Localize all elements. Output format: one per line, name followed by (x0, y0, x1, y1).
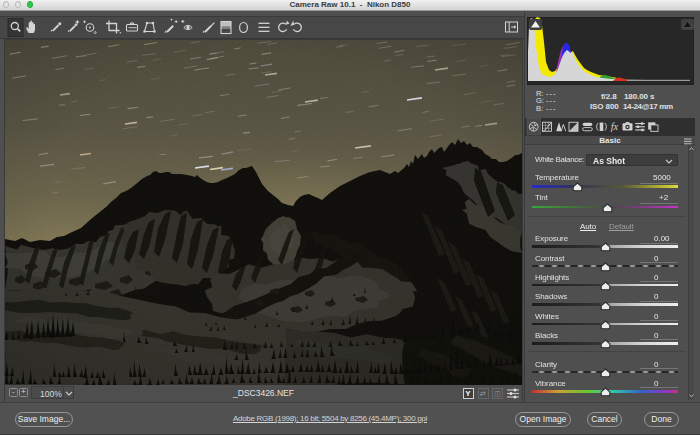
svg-text:fx: fx (611, 121, 619, 132)
